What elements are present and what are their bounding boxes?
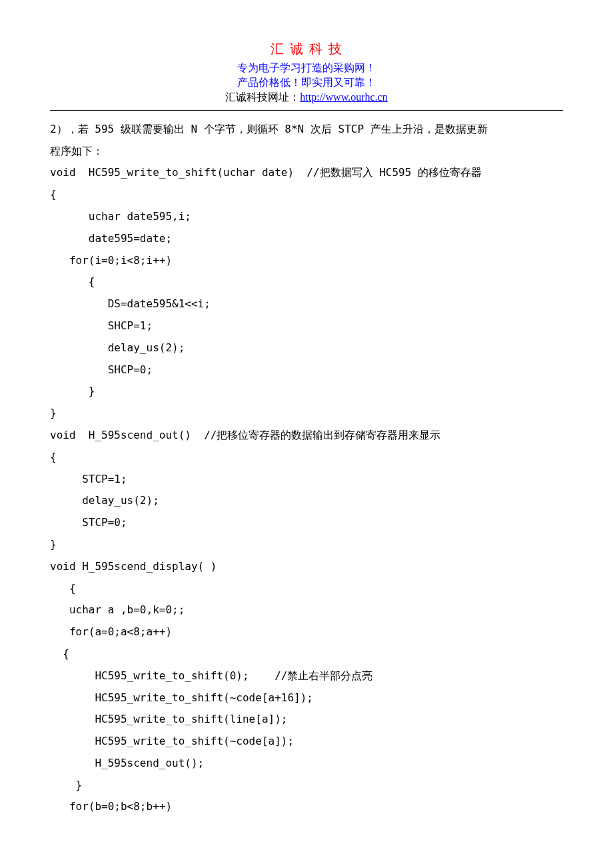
code-line: } bbox=[50, 381, 563, 403]
header-url-line: 汇诚科技网址：http://www.ourhc.cn bbox=[50, 91, 563, 105]
code-line: for(b=0;b<8;b++) bbox=[50, 796, 563, 818]
code-line: } bbox=[50, 534, 563, 556]
code-line: STCP=1; bbox=[50, 469, 563, 491]
code-line: { bbox=[50, 643, 563, 665]
code-line: HC595_write_to_shift(~code[a+16]); bbox=[50, 687, 563, 709]
header-title: 汇 诚 科 技 bbox=[50, 40, 563, 58]
code-line: { bbox=[50, 578, 563, 600]
code-line: SHCP=1; bbox=[50, 315, 563, 337]
code-line: { bbox=[50, 184, 563, 206]
code-line: } bbox=[50, 775, 563, 797]
code-line: for(i=0;i<8;i++) bbox=[50, 250, 563, 272]
code-line: date595=date; bbox=[50, 228, 563, 250]
page-header: 汇 诚 科 技 专为电子学习打造的采购网！ 产品价格低！即实用又可靠！ 汇诚科技… bbox=[50, 40, 563, 105]
header-divider bbox=[50, 110, 563, 111]
code-line: void H_595scend_display( ) bbox=[50, 556, 563, 578]
header-subtitle-1: 专为电子学习打造的采购网！ bbox=[50, 61, 563, 75]
code-line: delay_us(2); bbox=[50, 337, 563, 359]
code-line: HC595_write_to_shift(0); //禁止右半部分点亮 bbox=[50, 665, 563, 687]
code-line: void HC595_write_to_shift(uchar date) //… bbox=[50, 162, 563, 184]
code-line: uchar a ,b=0,k=0;; bbox=[50, 599, 563, 621]
page-container: 汇 诚 科 技 专为电子学习打造的采购网！ 产品价格低！即实用又可靠！ 汇诚科技… bbox=[0, 0, 613, 845]
code-line: H_595scend_out(); bbox=[50, 753, 563, 775]
code-line: delay_us(2); bbox=[50, 490, 563, 512]
url-label: 汇诚科技网址： bbox=[225, 91, 300, 103]
content-body: 2），若 595 级联需要输出 N 个字节，则循环 8*N 次后 STCP 产生… bbox=[50, 119, 563, 819]
code-line: STCP=0; bbox=[50, 512, 563, 534]
code-line: 2），若 595 级联需要输出 N 个字节，则循环 8*N 次后 STCP 产生… bbox=[50, 119, 563, 141]
code-line: HC595_write_to_shift(line[a]); bbox=[50, 709, 563, 731]
code-line: DS=date595&1<<i; bbox=[50, 293, 563, 315]
header-url-link[interactable]: http://www.ourhc.cn bbox=[300, 91, 387, 103]
code-line: } bbox=[50, 403, 563, 425]
code-line: HC595_write_to_shift(~code[a]); bbox=[50, 731, 563, 753]
header-subtitle-2: 产品价格低！即实用又可靠！ bbox=[50, 75, 563, 90]
code-line: { bbox=[50, 447, 563, 469]
code-line: SHCP=0; bbox=[50, 359, 563, 381]
code-line: void H_595scend_out() //把移位寄存器的数据输出到存储寄存… bbox=[50, 425, 563, 447]
code-line: uchar date595,i; bbox=[50, 206, 563, 228]
code-line: { bbox=[50, 271, 563, 293]
code-line: 程序如下： bbox=[50, 141, 563, 163]
code-line: for(a=0;a<8;a++) bbox=[50, 621, 563, 643]
